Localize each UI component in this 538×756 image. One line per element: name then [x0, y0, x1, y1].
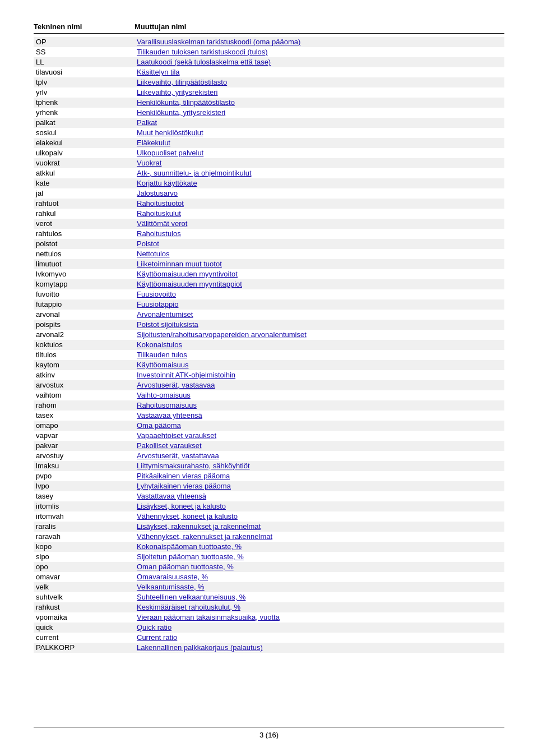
table-row: poispitsPoistot sijoituksista: [34, 320, 504, 330]
cell-muut-name[interactable]: Velkaantumisaste, %: [134, 582, 504, 592]
cell-muut-name[interactable]: Henkilökunta, yritysrekisteri: [134, 108, 504, 117]
cell-muut-name[interactable]: Laatukoodi (sekä tuloslaskelma että tase…: [134, 57, 504, 67]
table-row: SSTilikauden tuloksen tarkistuskoodi (tu…: [34, 47, 504, 57]
cell-muut-name[interactable]: Pakolliset varaukset: [134, 441, 504, 450]
cell-muut-name[interactable]: Liittymismaksurahasto, sähköyhtiöt: [134, 461, 504, 471]
cell-tech-name: verot: [34, 219, 134, 228]
cell-tech-name: current: [34, 633, 134, 642]
cell-tech-name: atkkul: [34, 168, 134, 178]
table-row: PALKKORPLakennallinen palkkakorjaus (pal…: [34, 643, 504, 653]
cell-muut-name[interactable]: Välittömät verot: [134, 219, 504, 228]
cell-muut-name[interactable]: Muut henkilöstökulut: [134, 128, 504, 137]
cell-muut-name[interactable]: Kokonaispääoman tuottoaste, %: [134, 542, 504, 551]
cell-muut-name[interactable]: Eläkekulut: [134, 138, 504, 147]
cell-tech-name: omapo: [34, 421, 134, 430]
cell-tech-name: sipo: [34, 552, 134, 561]
table-row: tphenkHenkilökunta, tilinpäätöstilasto: [34, 98, 504, 108]
cell-muut-name[interactable]: Quick ratio: [134, 623, 504, 632]
cell-tech-name: irtomlis: [34, 501, 134, 511]
cell-muut-name[interactable]: Kokonaistulos: [134, 340, 504, 349]
table-row: irtomvahVähennykset, koneet ja kalusto: [34, 511, 504, 522]
cell-muut-name[interactable]: Sijoitetun pääoman tuottoaste, %: [134, 552, 504, 561]
cell-muut-name[interactable]: Vaihto-omaisuus: [134, 390, 504, 400]
cell-muut-name[interactable]: Vuokrat: [134, 158, 504, 168]
cell-muut-name[interactable]: Poistot: [134, 239, 504, 248]
cell-muut-name[interactable]: Liikevaihto, tilinpäätöstilasto: [134, 77, 504, 87]
cell-tech-name: irtomvah: [34, 511, 134, 521]
cell-tech-name: yrlv: [34, 87, 134, 97]
cell-tech-name: suhtvelk: [34, 592, 134, 602]
cell-tech-name: vapvar: [34, 431, 134, 440]
cell-tech-name: fuvoitto: [34, 289, 134, 299]
table-row: nettulosNettotulos: [34, 249, 504, 259]
cell-muut-name[interactable]: Fuusiotappio: [134, 299, 504, 309]
cell-muut-name[interactable]: Suhteellinen velkaantuneisuus, %: [134, 592, 504, 602]
cell-tech-name: palkat: [34, 118, 134, 127]
col-header-muut: Muuttujan nimi: [134, 22, 504, 31]
cell-muut-name[interactable]: Current ratio: [134, 633, 504, 642]
cell-muut-name[interactable]: Atk-, suunnittelu- ja ohjelmointikulut: [134, 168, 504, 178]
table-row: lvpoLyhytaikainen vieras pääoma: [34, 481, 504, 491]
table-row: omavarOmavaraisuusaste, %: [34, 572, 504, 582]
table-row: LLLaatukoodi (sekä tuloslaskelma että ta…: [34, 57, 504, 67]
cell-muut-name[interactable]: Korjattu käyttökate: [134, 178, 504, 188]
cell-muut-name[interactable]: Lisäykset, koneet ja kalusto: [134, 501, 504, 511]
cell-muut-name[interactable]: Lisäykset, rakennukset ja rakennelmat: [134, 522, 504, 531]
cell-muut-name[interactable]: Arvostuserät, vastattavaa: [134, 451, 504, 460]
cell-muut-name[interactable]: Omavaraisuusaste, %: [134, 572, 504, 582]
table-row: velkVelkaantumisaste, %: [34, 582, 504, 592]
cell-muut-name[interactable]: Tilikauden tuloksen tarkistuskoodi (tulo…: [134, 47, 504, 57]
cell-muut-name[interactable]: Jalostusarvo: [134, 188, 504, 198]
cell-tech-name: rahkul: [34, 209, 134, 218]
cell-muut-name[interactable]: Palkat: [134, 118, 504, 127]
cell-muut-name[interactable]: Oman pääoman tuottoaste, %: [134, 562, 504, 571]
cell-muut-name[interactable]: Rahoitusomaisuus: [134, 400, 504, 410]
cell-tech-name: vpomaika: [34, 612, 134, 622]
cell-muut-name[interactable]: Poistot sijoituksista: [134, 320, 504, 329]
cell-muut-name[interactable]: Käyttöomaisuuden myyntitappiot: [134, 279, 504, 289]
cell-muut-name[interactable]: Oma pääoma: [134, 421, 504, 430]
cell-tech-name: rahom: [34, 400, 134, 410]
cell-muut-name[interactable]: Vieraan pääoman takaisinmaksuaika, vuott…: [134, 612, 504, 622]
cell-muut-name[interactable]: Fuusiovoitto: [134, 289, 504, 299]
cell-muut-name[interactable]: Rahoitustuotot: [134, 199, 504, 208]
cell-muut-name[interactable]: Käsittelyn tila: [134, 67, 504, 77]
cell-muut-name[interactable]: Ulkopuoliset palvelut: [134, 148, 504, 158]
cell-muut-name[interactable]: Nettotulos: [134, 249, 504, 259]
cell-tech-name: kopo: [34, 542, 134, 551]
cell-muut-name[interactable]: Rahoituskulut: [134, 209, 504, 218]
cell-muut-name[interactable]: Sijoitusten/rahoitusarvopapereiden arvon…: [134, 330, 504, 339]
cell-muut-name[interactable]: Liikevaihto, yritysrekisteri: [134, 87, 504, 97]
cell-muut-name[interactable]: Vähennykset, koneet ja kalusto: [134, 511, 504, 521]
cell-muut-name[interactable]: Arvostuserät, vastaavaa: [134, 380, 504, 390]
cell-muut-name[interactable]: Tilikauden tulos: [134, 350, 504, 359]
cell-muut-name[interactable]: Pitkäaikainen vieras pääoma: [134, 471, 504, 481]
cell-muut-name[interactable]: Käyttöomaisuus: [134, 360, 504, 370]
table-row: poistotPoistot: [34, 239, 504, 249]
cell-tech-name: arvonal: [34, 310, 134, 319]
cell-muut-name[interactable]: Vapaaehtoiset varaukset: [134, 431, 504, 440]
cell-muut-name[interactable]: Vähennykset, rakennukset ja rakennelmat: [134, 532, 504, 541]
table-row: rahkulRahoituskulut: [34, 209, 504, 219]
cell-muut-name[interactable]: Käyttöomaisuuden myyntivoitot: [134, 269, 504, 279]
cell-muut-name[interactable]: Rahoitustulos: [134, 229, 504, 238]
cell-muut-name[interactable]: Arvonalentumiset: [134, 310, 504, 319]
table-row: omapoOma pääoma: [34, 421, 504, 431]
cell-muut-name[interactable]: Henkilökunta, tilinpäätöstilasto: [134, 98, 504, 107]
cell-muut-name[interactable]: Keskimääräiset rahoituskulut, %: [134, 602, 504, 612]
cell-muut-name[interactable]: Investoinnit ATK-ohjelmistoihin: [134, 370, 504, 380]
table-row: quickQuick ratio: [34, 623, 504, 633]
cell-muut-name[interactable]: Varallisuuslaskelman tarkistuskoodi (oma…: [134, 37, 504, 47]
table-header: Tekninen nimi Muuttujan nimi: [34, 22, 504, 34]
table-row: kateKorjattu käyttökate: [34, 178, 504, 188]
cell-tech-name: nettulos: [34, 249, 134, 259]
table-row: rahomRahoitusomaisuus: [34, 400, 504, 411]
cell-tech-name: LL: [34, 57, 134, 67]
cell-muut-name[interactable]: Lakennallinen palkkakorjaus (palautus): [134, 643, 504, 652]
cell-muut-name[interactable]: Vastaavaa yhteensä: [134, 411, 504, 420]
cell-tech-name: futappio: [34, 299, 134, 309]
cell-muut-name[interactable]: Liiketoiminnan muut tuotot: [134, 259, 504, 269]
cell-muut-name[interactable]: Vastattavaa yhteensä: [134, 491, 504, 501]
table-row: tplvLiikevaihto, tilinpäätöstilasto: [34, 77, 504, 87]
cell-muut-name[interactable]: Lyhytaikainen vieras pääoma: [134, 481, 504, 491]
